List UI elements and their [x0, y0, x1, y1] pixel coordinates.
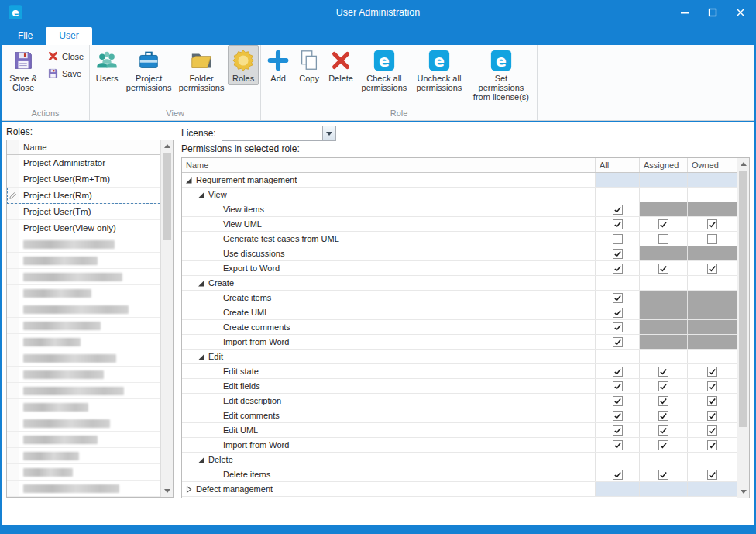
role-row[interactable]: Project User(View only): [7, 220, 160, 236]
role-row-redacted[interactable]: [7, 253, 160, 269]
owned-checkbox[interactable]: [707, 440, 717, 450]
assigned-checkbox[interactable]: [658, 470, 668, 480]
permission-row[interactable]: Create items: [182, 291, 737, 305]
collapse-icon[interactable]: [198, 191, 204, 198]
owned-checkbox[interactable]: [707, 470, 717, 480]
tab-user[interactable]: User: [46, 27, 91, 45]
all-checkbox[interactable]: [613, 308, 623, 318]
permission-row[interactable]: Edit state: [182, 364, 737, 379]
column-header-name[interactable]: Name: [182, 158, 595, 172]
permission-group-row[interactable]: Delete: [182, 453, 737, 467]
roles-button[interactable]: Roles: [228, 45, 259, 85]
collapse-icon[interactable]: [198, 456, 204, 463]
license-select[interactable]: [222, 126, 336, 141]
all-checkbox[interactable]: [613, 425, 623, 436]
role-row-redacted[interactable]: [7, 301, 160, 318]
scroll-up-icon[interactable]: [737, 158, 749, 170]
scroll-up-icon[interactable]: [161, 140, 173, 152]
owned-checkbox[interactable]: [707, 219, 717, 229]
assigned-checkbox[interactable]: [658, 396, 668, 406]
permissions-scroll-thumb[interactable]: [739, 171, 747, 427]
roles-scrollbar[interactable]: [160, 140, 173, 497]
role-row-redacted[interactable]: [7, 367, 160, 383]
save-ribbon-button[interactable]: Save: [45, 67, 86, 80]
all-checkbox[interactable]: [613, 264, 623, 274]
permission-row[interactable]: Import from Word: [182, 438, 737, 453]
role-row-redacted[interactable]: [7, 464, 160, 481]
column-header-assigned[interactable]: Assigned: [639, 158, 687, 172]
role-row[interactable]: Project Administrator: [7, 155, 160, 171]
owned-checkbox[interactable]: [707, 425, 717, 436]
permission-row[interactable]: View items: [182, 202, 737, 217]
all-checkbox[interactable]: [613, 322, 623, 332]
all-checkbox[interactable]: [613, 234, 623, 244]
check-all-permissions-button[interactable]: e Check all permissions: [357, 45, 411, 95]
uncheck-all-permissions-button[interactable]: e Uncheck all permissions: [411, 45, 467, 95]
all-checkbox[interactable]: [613, 249, 623, 259]
copy-button[interactable]: Copy: [294, 45, 325, 85]
permission-group-row[interactable]: Create: [182, 276, 737, 291]
permission-row[interactable]: Create UML: [182, 305, 737, 320]
permission-group-row[interactable]: View: [182, 188, 737, 202]
assigned-checkbox[interactable]: [658, 425, 668, 436]
owned-checkbox[interactable]: [707, 234, 717, 244]
owned-checkbox[interactable]: [707, 381, 717, 391]
all-checkbox[interactable]: [613, 205, 623, 215]
all-checkbox[interactable]: [613, 396, 623, 406]
role-row-redacted[interactable]: [7, 334, 160, 350]
permission-row[interactable]: Import from Word: [182, 335, 737, 350]
owned-checkbox[interactable]: [707, 396, 717, 406]
permission-row[interactable]: Generate test cases from UML: [182, 232, 737, 246]
collapse-icon[interactable]: [185, 177, 192, 184]
delete-button[interactable]: Delete: [325, 45, 357, 85]
close-ribbon-button[interactable]: Close: [45, 50, 86, 63]
permission-group-row[interactable]: Requirement management: [182, 173, 737, 188]
permission-row[interactable]: Edit UML: [182, 423, 737, 438]
users-button[interactable]: Users: [91, 45, 122, 85]
chevron-down-icon[interactable]: [322, 126, 335, 140]
role-row-redacted[interactable]: [7, 448, 160, 464]
role-row[interactable]: Project User(Rm): [7, 188, 160, 204]
permission-row[interactable]: Create comments: [182, 320, 737, 335]
roles-scroll-track[interactable]: [161, 152, 173, 485]
role-row-redacted[interactable]: [7, 269, 160, 285]
permission-row[interactable]: Edit description: [182, 394, 737, 408]
permission-row[interactable]: Use discussions: [182, 246, 737, 261]
all-checkbox[interactable]: [613, 219, 623, 229]
role-row-redacted[interactable]: [7, 350, 160, 367]
role-row-redacted[interactable]: [7, 285, 160, 301]
column-header-all[interactable]: All: [595, 158, 639, 172]
roles-column-name[interactable]: Name: [19, 140, 47, 154]
permission-row[interactable]: Delete items: [182, 467, 737, 482]
all-checkbox[interactable]: [613, 381, 623, 391]
scroll-down-icon[interactable]: [737, 486, 749, 498]
assigned-checkbox[interactable]: [658, 367, 668, 377]
permission-row[interactable]: View UML: [182, 217, 737, 232]
roles-scroll-thumb[interactable]: [163, 153, 171, 240]
role-row-redacted[interactable]: [7, 383, 160, 399]
assigned-checkbox[interactable]: [658, 219, 668, 229]
folder-permissions-button[interactable]: Folder permissions: [175, 45, 228, 95]
role-row-redacted[interactable]: [7, 481, 160, 497]
close-button[interactable]: [727, 0, 754, 25]
assigned-checkbox[interactable]: [658, 411, 668, 421]
add-button[interactable]: Add: [263, 45, 294, 85]
assigned-checkbox[interactable]: [658, 381, 668, 391]
role-row[interactable]: Project User(Rm+Tm): [7, 171, 160, 188]
column-header-owned[interactable]: Owned: [687, 158, 737, 172]
role-row-redacted[interactable]: [7, 415, 160, 432]
collapse-icon[interactable]: [198, 353, 204, 360]
all-checkbox[interactable]: [613, 367, 623, 377]
owned-checkbox[interactable]: [707, 264, 717, 274]
role-row-redacted[interactable]: [7, 318, 160, 334]
permission-row[interactable]: Edit comments: [182, 408, 737, 423]
project-permissions-button[interactable]: Project permissions: [122, 45, 175, 95]
role-row[interactable]: Project User(Tm): [7, 204, 160, 220]
all-checkbox[interactable]: [613, 470, 623, 480]
permissions-scrollbar[interactable]: [737, 158, 749, 498]
all-checkbox[interactable]: [613, 440, 623, 450]
owned-checkbox[interactable]: [707, 411, 717, 421]
assigned-checkbox[interactable]: [658, 264, 668, 274]
scroll-down-icon[interactable]: [161, 485, 173, 497]
permission-row[interactable]: Export to Word: [182, 261, 737, 276]
